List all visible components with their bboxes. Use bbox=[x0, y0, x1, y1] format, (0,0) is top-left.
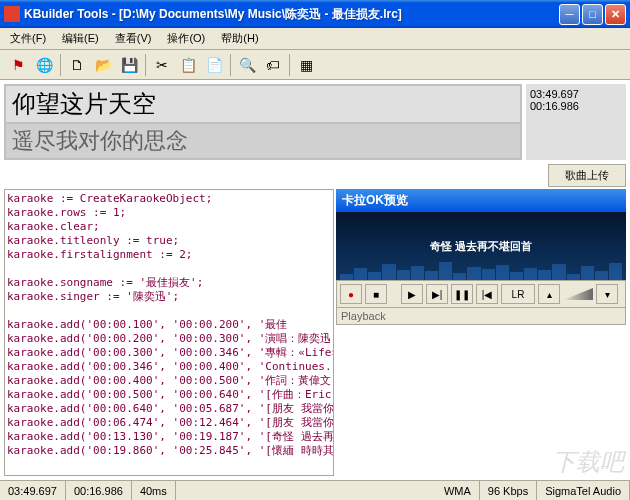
status-audio: SigmaTel Audio bbox=[537, 481, 630, 500]
menu-edit[interactable]: 编辑(E) bbox=[56, 29, 105, 48]
prev-button[interactable]: |◀ bbox=[476, 284, 498, 304]
menu-file[interactable]: 文件(F) bbox=[4, 29, 52, 48]
status-bitrate: 96 Kbps bbox=[480, 481, 537, 500]
statusbar: 03:49.697 00:16.986 40ms WMA 96 Kbps Sig… bbox=[0, 480, 630, 500]
more-button[interactable]: ▾ bbox=[596, 284, 618, 304]
code-editor[interactable]: karaoke := CreateKaraokeObject; karaoke.… bbox=[4, 189, 334, 476]
player-controls: ● ■ ▶ ▶| ❚❚ |◀ LR ▴ ▾ bbox=[336, 280, 626, 308]
app-icon bbox=[4, 6, 20, 22]
current-time: 00:16.986 bbox=[530, 100, 622, 112]
karaoke-view: 奇怪 過去再不堪回首 bbox=[336, 212, 626, 280]
close-button[interactable]: ✕ bbox=[605, 4, 626, 25]
window-title: KBuilder Tools - [D:\My Documents\My Mus… bbox=[24, 6, 559, 23]
status-latency: 40ms bbox=[132, 481, 176, 500]
playback-label: Playback bbox=[336, 308, 626, 325]
next-button[interactable]: ▶| bbox=[426, 284, 448, 304]
menu-view[interactable]: 查看(V) bbox=[109, 29, 158, 48]
flag-icon[interactable]: ⚑ bbox=[6, 53, 30, 77]
cut-icon[interactable]: ✂ bbox=[150, 53, 174, 77]
preview-pane: 卡拉OK预览 奇怪 過去再不堪回首 ● ■ ▶ ▶| ❚❚ |◀ LR ▴ ▾ bbox=[336, 189, 626, 476]
open-icon[interactable]: 📂 bbox=[91, 53, 115, 77]
window-titlebar: KBuilder Tools - [D:\My Documents\My Mus… bbox=[0, 0, 630, 28]
volume-slider[interactable] bbox=[563, 288, 593, 300]
separator bbox=[289, 54, 290, 76]
menu-help[interactable]: 帮助(H) bbox=[215, 29, 264, 48]
copy-icon[interactable]: 📋 bbox=[176, 53, 200, 77]
globe-icon[interactable]: 🌐 bbox=[32, 53, 56, 77]
lr-up-button[interactable]: ▴ bbox=[538, 284, 560, 304]
lyric-display: 仰望这片天空 遥尽我对你的思念 03:49.697 00:16.986 bbox=[4, 84, 626, 160]
stop-button[interactable]: ■ bbox=[365, 284, 387, 304]
paste-icon[interactable]: 📄 bbox=[202, 53, 226, 77]
menubar: 文件(F) 编辑(E) 查看(V) 操作(O) 帮助(H) bbox=[0, 28, 630, 50]
status-format: WMA bbox=[436, 481, 480, 500]
settings-icon[interactable]: ▦ bbox=[294, 53, 318, 77]
upload-button[interactable]: 歌曲上传 bbox=[548, 164, 626, 187]
play-button[interactable]: ▶ bbox=[401, 284, 423, 304]
find-icon[interactable]: 🔍 bbox=[235, 53, 259, 77]
timer-box: 03:49.697 00:16.986 bbox=[526, 84, 626, 160]
menu-operate[interactable]: 操作(O) bbox=[161, 29, 211, 48]
separator bbox=[230, 54, 231, 76]
karaoke-text: 奇怪 過去再不堪回首 bbox=[430, 239, 532, 254]
lr-button[interactable]: LR bbox=[501, 284, 535, 304]
total-time: 03:49.697 bbox=[530, 88, 622, 100]
separator bbox=[145, 54, 146, 76]
status-current: 00:16.986 bbox=[66, 481, 132, 500]
minimize-button[interactable]: ─ bbox=[559, 4, 580, 25]
preview-title: 卡拉OK预览 bbox=[336, 189, 626, 212]
pause-button[interactable]: ❚❚ bbox=[451, 284, 473, 304]
new-icon[interactable]: 🗋 bbox=[65, 53, 89, 77]
record-button[interactable]: ● bbox=[340, 284, 362, 304]
lyric-line-2: 遥尽我对你的思念 bbox=[6, 124, 520, 158]
maximize-button[interactable]: □ bbox=[582, 4, 603, 25]
separator bbox=[60, 54, 61, 76]
spectrum-icon bbox=[336, 260, 626, 280]
status-total: 03:49.697 bbox=[0, 481, 66, 500]
lyric-line-1: 仰望这片天空 bbox=[6, 86, 520, 122]
toolbar: ⚑ 🌐 🗋 📂 💾 ✂ 📋 📄 🔍 🏷 ▦ bbox=[0, 50, 630, 80]
replace-icon[interactable]: 🏷 bbox=[261, 53, 285, 77]
save-icon[interactable]: 💾 bbox=[117, 53, 141, 77]
main-content: 仰望这片天空 遥尽我对你的思念 03:49.697 00:16.986 歌曲上传… bbox=[0, 80, 630, 480]
